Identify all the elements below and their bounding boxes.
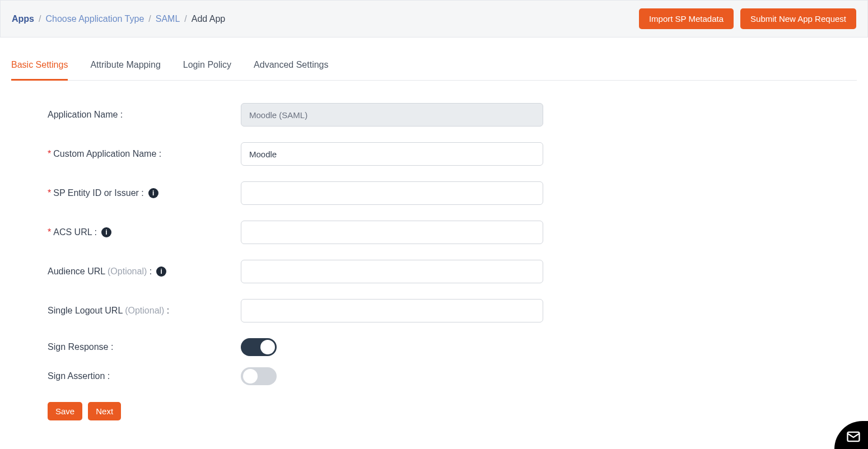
breadcrumb: Apps / Choose Application Type / SAML / … [12, 14, 225, 24]
breadcrumb-separator: / [39, 14, 41, 24]
tab-basic-settings[interactable]: Basic Settings [11, 54, 68, 81]
label-custom-application-name: *Custom Application Name : [48, 149, 241, 159]
tab-attribute-mapping[interactable]: Attribute Mapping [90, 54, 160, 81]
info-icon[interactable]: i [156, 266, 166, 277]
input-custom-application-name[interactable] [241, 142, 543, 166]
required-star: * [48, 149, 51, 159]
info-icon[interactable]: i [101, 227, 111, 237]
info-icon[interactable]: i [148, 188, 158, 198]
required-star: * [48, 227, 51, 237]
breadcrumb-saml[interactable]: SAML [156, 14, 180, 24]
required-star: * [48, 188, 51, 198]
toggle-sign-response[interactable] [241, 338, 277, 356]
input-application-name [241, 103, 543, 127]
input-sp-entity-id[interactable] [241, 181, 543, 205]
label-single-logout-url: Single Logout URL (Optional) : [48, 306, 241, 316]
row-acs-url: *ACS URL : i [48, 221, 571, 244]
row-sign-assertion: Sign Assertion : [48, 367, 571, 385]
breadcrumb-current: Add App [192, 14, 226, 24]
toggle-sign-assertion[interactable] [241, 367, 277, 385]
save-button[interactable]: Save [48, 402, 82, 420]
input-acs-url[interactable] [241, 221, 543, 244]
form-area: Application Name : *Custom Application N… [11, 103, 571, 385]
label-acs-url: *ACS URL : i [48, 227, 241, 237]
row-audience-url: Audience URL (Optional) : i [48, 260, 571, 283]
mail-icon [846, 429, 861, 432]
row-sign-response: Sign Response : [48, 338, 571, 356]
label-application-name: Application Name : [48, 110, 241, 120]
label-sign-response: Sign Response : [48, 342, 241, 352]
row-custom-application-name: *Custom Application Name : [48, 142, 571, 166]
breadcrumb-choose-type[interactable]: Choose Application Type [45, 14, 144, 24]
tab-login-policy[interactable]: Login Policy [183, 54, 231, 81]
breadcrumb-separator: / [184, 14, 186, 24]
import-sp-metadata-button[interactable]: Import SP Metadata [639, 8, 734, 29]
breadcrumb-bar: Apps / Choose Application Type / SAML / … [0, 0, 868, 38]
label-sp-entity-id: *SP Entity ID or Issuer : i [48, 188, 241, 198]
tab-advanced-settings[interactable]: Advanced Settings [254, 54, 328, 81]
breadcrumb-separator: / [148, 14, 151, 24]
input-audience-url[interactable] [241, 260, 543, 283]
label-audience-url: Audience URL (Optional) : i [48, 266, 241, 277]
submit-new-app-request-button[interactable]: Submit New App Request [740, 8, 856, 29]
row-application-name: Application Name : [48, 103, 571, 127]
row-sp-entity-id: *SP Entity ID or Issuer : i [48, 181, 571, 205]
footer-buttons: Save Next [11, 402, 857, 420]
tabs: Basic Settings Attribute Mapping Login P… [11, 54, 857, 81]
breadcrumb-apps[interactable]: Apps [12, 14, 34, 24]
input-single-logout-url[interactable] [241, 299, 543, 322]
row-single-logout-url: Single Logout URL (Optional) : [48, 299, 571, 322]
label-sign-assertion: Sign Assertion : [48, 371, 241, 381]
next-button[interactable]: Next [88, 402, 121, 420]
header-buttons: Import SP Metadata Submit New App Reques… [639, 8, 856, 29]
